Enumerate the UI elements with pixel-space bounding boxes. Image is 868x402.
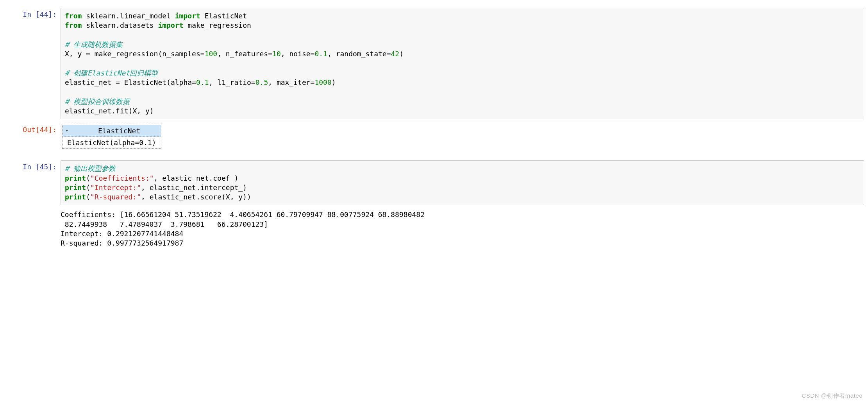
code-input-45[interactable]: # 输出模型参数 print("Coefficients:", elastic_…	[61, 160, 864, 205]
spacer	[4, 153, 864, 160]
kw-import: import	[158, 21, 183, 29]
num: 42	[391, 50, 400, 58]
prompt-out-44: Out[44]:	[4, 123, 61, 149]
op: =	[268, 50, 272, 58]
prompt-in-44: In [44]:	[4, 8, 61, 119]
op: =	[251, 78, 255, 86]
op: =	[311, 78, 315, 86]
string: "Coefficients:"	[90, 174, 154, 182]
comment: # 创建ElasticNet回归模型	[65, 69, 158, 77]
num: 10	[272, 50, 281, 58]
num: 1000	[314, 78, 331, 86]
cell-content-45: # 输出模型参数 print("Coefficients:", elastic_…	[61, 160, 864, 205]
code-input-44[interactable]: from sklearn.linear_model import Elastic…	[61, 8, 864, 119]
kw-import: import	[175, 12, 200, 20]
code-text: , l1_ratio	[209, 78, 251, 86]
code-text: , noise	[281, 50, 311, 58]
stdout-content-45: Coefficients: [16.66561204 51.73519622 4…	[61, 209, 864, 249]
paren: (	[86, 193, 90, 201]
code-text: , random_state	[327, 50, 387, 58]
prompt-empty	[4, 209, 61, 249]
fn-print: print	[65, 174, 86, 182]
code-text: , max_iter	[268, 78, 310, 86]
comment: # 模型拟合训练数据	[65, 97, 130, 106]
num: 100	[205, 50, 218, 58]
sklearn-repr-box: ▾ ElasticNet ElasticNet(alpha=0.1)	[62, 125, 161, 149]
num: 0.1	[314, 50, 327, 58]
paren: (	[86, 174, 90, 182]
op: =	[387, 50, 391, 58]
paren: (	[86, 183, 90, 192]
cell-in-44: In [44]: from sklearn.linear_model impor…	[4, 8, 864, 119]
code-text: , elastic_net.coef_)	[154, 174, 239, 182]
prompt-in-45: In [45]:	[4, 160, 61, 205]
fn-print: print	[65, 183, 86, 192]
cell-out-44: Out[44]: ▾ ElasticNet ElasticNet(alpha=0…	[4, 123, 864, 149]
code-text: ElasticNet(alpha	[120, 78, 192, 86]
module-name: sklearn.datasets	[82, 21, 158, 29]
string: "Intercept:"	[90, 183, 141, 192]
op: =	[311, 50, 315, 58]
sklearn-repr-body: ElasticNet(alpha=0.1)	[63, 137, 161, 148]
op: =	[192, 78, 196, 86]
code-text: )	[332, 78, 336, 86]
code-text: , elastic_net.intercept_)	[141, 183, 247, 192]
op: =	[200, 50, 205, 58]
num: 0.1	[196, 78, 209, 86]
code-text: , n_features	[217, 50, 268, 58]
module-name: sklearn.linear_model	[82, 12, 175, 20]
kw-from: from	[65, 12, 82, 20]
sklearn-repr-title: ElasticNet	[84, 127, 155, 135]
chevron-down-icon: ▾	[66, 128, 68, 133]
op: =	[86, 50, 90, 58]
code-text: elastic_net	[65, 78, 116, 86]
comment: # 输出模型参数	[65, 164, 116, 172]
cell-in-45: In [45]: # 输出模型参数 print("Coefficients:",…	[4, 160, 864, 205]
op: =	[116, 78, 120, 86]
fn-print: print	[65, 193, 86, 201]
code-text: make_regression(n_samples	[90, 50, 200, 58]
code-text: X, y	[65, 50, 86, 58]
output-content-44: ▾ ElasticNet ElasticNet(alpha=0.1)	[61, 123, 864, 149]
sklearn-repr-header[interactable]: ▾ ElasticNet	[63, 125, 161, 137]
stdout-text: Coefficients: [16.66561204 51.73519622 4…	[61, 209, 864, 249]
cell-content-44: from sklearn.linear_model import Elastic…	[61, 8, 864, 119]
cell-stdout-45: Coefficients: [16.66561204 51.73519622 4…	[4, 209, 864, 249]
comment: # 生成随机数据集	[65, 40, 123, 48]
string: "R-squared:"	[90, 193, 141, 201]
kw-from: from	[65, 21, 82, 29]
import-name: make_regression	[183, 21, 251, 29]
num: 0.5	[255, 78, 268, 86]
code-text: , elastic_net.score(X, y))	[141, 193, 251, 201]
import-name: ElasticNet	[200, 12, 247, 20]
code-text: elastic_net.fit(X, y)	[65, 107, 154, 115]
code-text: )	[399, 50, 404, 58]
